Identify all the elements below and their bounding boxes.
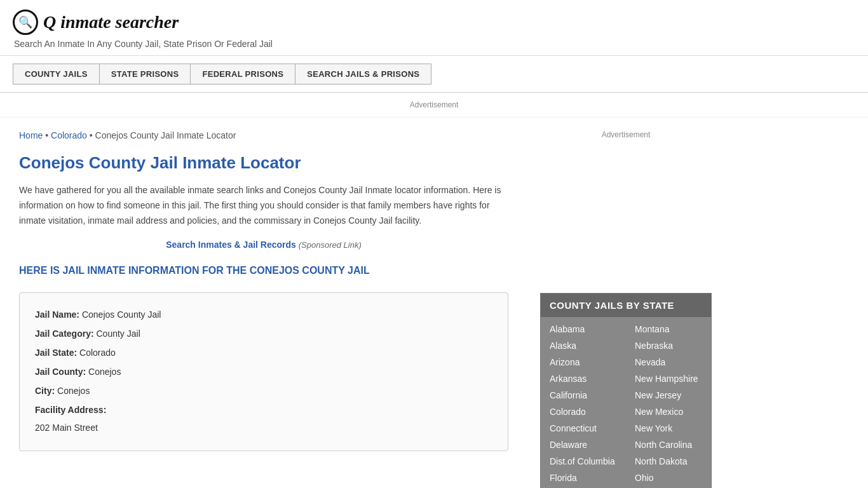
logo-area: 🔍 Q inmate searcher (13, 10, 855, 35)
state-item[interactable]: Ohio (626, 470, 711, 486)
state-item[interactable]: Connecticut (541, 420, 626, 437)
jail-name-value: Conejos County Jail (82, 309, 161, 320)
header: 🔍 Q inmate searcher Search An Inmate In … (0, 0, 868, 56)
sidebar-ad: Advertisement (540, 124, 712, 283)
state-item[interactable]: Arizona (541, 354, 626, 370)
state-item[interactable]: Alaska (541, 337, 626, 354)
state-item[interactable]: New York (626, 420, 711, 437)
state-box-title: COUNTY JAILS BY STATE (541, 294, 711, 317)
jail-city-label: City: (35, 386, 55, 396)
jail-city-row: City: Conejos (35, 382, 492, 400)
nav-search-jails-prisons[interactable]: SEARCH JAILS & PRISONS (295, 64, 431, 85)
state-item[interactable]: Montana (626, 321, 711, 337)
state-grid: AlabamaMontanaAlaskaNebraskaArizonaNevad… (541, 317, 711, 488)
state-item[interactable]: New Mexico (626, 403, 711, 420)
nav-county-jails[interactable]: COUNTY JAILS (13, 64, 99, 85)
jail-county-value: Conejos (88, 367, 121, 377)
jail-city-value: Conejos (57, 386, 90, 396)
jail-county-label: Jail County: (35, 367, 86, 377)
state-item[interactable]: Colorado (541, 403, 626, 420)
content-area: Home • Colorado • Conejos County Jail In… (0, 118, 527, 488)
state-item[interactable]: California (541, 387, 626, 403)
section-heading: HERE IS JAIL INMATE INFORMATION FOR THE … (19, 264, 508, 278)
sidebar: Advertisement COUNTY JAILS BY STATE Alab… (527, 118, 724, 488)
jail-address-value: 202 Main Street (35, 419, 492, 437)
state-item[interactable]: Nebraska (626, 337, 711, 354)
state-item[interactable]: North Dakota (626, 453, 711, 470)
state-item[interactable]: Dist.of Columbia (541, 453, 626, 470)
state-item[interactable]: New Jersey (626, 387, 711, 403)
state-item[interactable]: Alabama (541, 321, 626, 337)
sponsored-note: (Sponsored Link) (299, 240, 362, 250)
sponsored-link[interactable]: Search Inmates & Jail Records (166, 240, 296, 250)
jail-info-box: Jail Name: Conejos County Jail Jail Cate… (19, 292, 508, 451)
jail-state-value: Colorado (79, 348, 116, 358)
state-item[interactable]: Delaware (541, 437, 626, 453)
jail-name-label: Jail Name: (35, 309, 79, 320)
breadcrumb-current: Conejos County Jail Inmate Locator (95, 130, 236, 140)
jail-address-label: Facility Address: (35, 405, 106, 415)
state-item[interactable]: Arkansas (541, 370, 626, 387)
state-item[interactable]: Florida (541, 470, 626, 486)
description: We have gathered for you all the availab… (19, 183, 508, 228)
county-jails-by-state-box: COUNTY JAILS BY STATE AlabamaMontanaAlas… (540, 293, 712, 488)
jail-county-row: Jail County: Conejos (35, 363, 492, 381)
main-layout: Home • Colorado • Conejos County Jail In… (0, 118, 868, 488)
page-title: Conejos County Jail Inmate Locator (19, 153, 508, 173)
jail-address-row: Facility Address: 202 Main Street (35, 401, 492, 437)
breadcrumb-home[interactable]: Home (19, 130, 43, 140)
state-item[interactable]: New Hampshire (626, 370, 711, 387)
top-ad-bar: Advertisement (0, 93, 868, 118)
jail-category-row: Jail Category: County Jail (35, 325, 492, 342)
state-item[interactable]: North Carolina (626, 437, 711, 453)
jail-state-label: Jail State: (35, 348, 77, 358)
jail-category-label: Jail Category: (35, 329, 94, 339)
jail-name-row: Jail Name: Conejos County Jail (35, 306, 492, 323)
breadcrumb: Home • Colorado • Conejos County Jail In… (19, 130, 508, 140)
sponsored-link-area: Search Inmates & Jail Records (Sponsored… (19, 240, 508, 250)
nav-bar: COUNTY JAILS STATE PRISONS FEDERAL PRISO… (0, 56, 868, 93)
jail-state-row: Jail State: Colorado (35, 344, 492, 362)
nav-federal-prisons[interactable]: FEDERAL PRISONS (190, 64, 295, 85)
jail-category-value: County Jail (96, 329, 140, 339)
logo-icon: 🔍 (13, 10, 38, 35)
tagline: Search An Inmate In Any County Jail, Sta… (14, 39, 855, 49)
site-title: Q inmate searcher (43, 12, 179, 32)
nav-state-prisons[interactable]: STATE PRISONS (99, 64, 191, 85)
state-item[interactable]: Nevada (626, 354, 711, 370)
breadcrumb-state[interactable]: Colorado (51, 130, 87, 140)
